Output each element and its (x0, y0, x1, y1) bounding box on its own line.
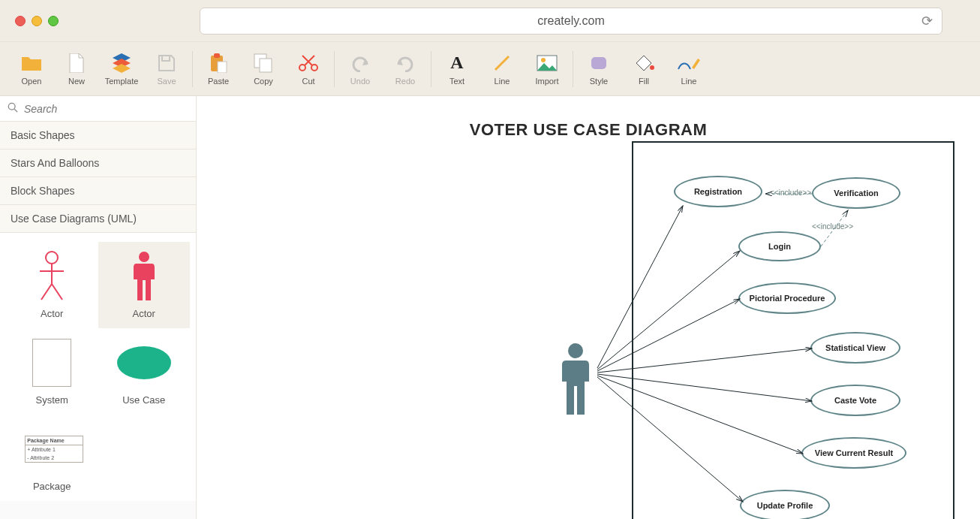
include-label-2: <<include>> (812, 222, 853, 231)
svg-line-19 (52, 284, 62, 300)
svg-rect-0 (162, 56, 170, 61)
svg-point-13 (8, 103, 15, 110)
svg-rect-2 (214, 53, 220, 58)
svg-line-8 (495, 56, 509, 70)
shapes-sidebar: Basic Shapes Stars And Balloons Block Sh… (0, 96, 197, 519)
include-label-1: <<include>> (770, 189, 811, 197)
uc-pictorial[interactable]: Pictorial Procedure (738, 282, 836, 314)
search-icon (8, 102, 18, 116)
svg-point-7 (311, 65, 317, 71)
separator (573, 51, 573, 87)
paste-button[interactable]: Paste (196, 53, 241, 86)
separator (431, 51, 431, 87)
text-icon: A (450, 53, 463, 74)
open-button[interactable]: Open (9, 53, 54, 86)
window-close-icon[interactable] (15, 16, 26, 26)
file-icon (68, 53, 85, 74)
shape-use-case[interactable]: Use Case (98, 328, 191, 415)
uc-login[interactable]: Login (738, 231, 821, 261)
search-input[interactable] (24, 103, 188, 115)
uc-caste-vote[interactable]: Caste Vote (810, 385, 900, 416)
refresh-icon[interactable]: ⟳ (921, 13, 933, 29)
category-basic-shapes[interactable]: Basic Shapes (0, 122, 196, 149)
svg-point-6 (299, 65, 305, 71)
search-row (0, 96, 196, 122)
address-bar[interactable]: creately.com ⟳ (200, 8, 942, 35)
shape-system[interactable]: System (6, 328, 98, 415)
uc-verification[interactable]: Verification (812, 177, 900, 209)
toolbar: Open New Template Save Paste Copy C (0, 42, 980, 96)
separator (192, 51, 193, 87)
shape-actor-person[interactable]: Actor (98, 242, 191, 328)
shape-package[interactable]: Package Name + Attribute 1 - Attribute 2… (6, 415, 98, 501)
folder-icon (21, 53, 42, 74)
window-zoom-icon[interactable] (48, 16, 59, 26)
pencil-line-icon (677, 53, 701, 74)
window-minimize-icon[interactable] (32, 16, 42, 26)
line-button[interactable]: Line (479, 53, 525, 86)
svg-point-15 (46, 252, 58, 264)
category-use-case[interactable]: Use Case Diagrams (UML) (0, 205, 196, 233)
address-url: creately.com (537, 14, 605, 28)
svg-point-10 (541, 58, 546, 62)
line-icon (492, 53, 512, 74)
svg-point-21 (568, 343, 583, 358)
canvas[interactable]: VOTER USE CASE DIAGRAM Registration Veri… (197, 96, 980, 519)
redo-button[interactable]: Redo (383, 53, 428, 86)
template-button[interactable]: Template (99, 53, 144, 86)
image-icon (537, 53, 558, 74)
actor-voter[interactable] (555, 342, 596, 421)
uc-registration[interactable]: Registration (674, 176, 762, 207)
layers-icon (111, 53, 132, 74)
uc-statistical[interactable]: Statistical View (810, 332, 900, 364)
text-button[interactable]: A Text (434, 53, 479, 86)
style-icon (589, 53, 609, 74)
line-style-button[interactable]: Line (666, 53, 711, 86)
svg-rect-3 (218, 62, 227, 73)
category-stars-balloons[interactable]: Stars And Balloons (0, 149, 196, 177)
category-block-shapes[interactable]: Block Shapes (0, 177, 196, 205)
svg-rect-11 (591, 57, 606, 69)
cut-button[interactable]: Cut (286, 53, 331, 86)
shape-actor-stick[interactable]: Actor (6, 242, 98, 328)
new-button[interactable]: New (54, 53, 99, 86)
browser-chrome: creately.com ⟳ (0, 0, 980, 42)
svg-point-12 (650, 65, 654, 70)
diagram-title[interactable]: VOTER USE CASE DIAGRAM (197, 120, 980, 140)
workspace: Basic Shapes Stars And Balloons Block Sh… (0, 96, 980, 519)
copy-button[interactable]: Copy (241, 53, 286, 86)
undo-icon (350, 53, 370, 74)
scissors-icon (298, 53, 319, 74)
fill-button[interactable]: Fill (621, 53, 666, 86)
paint-bucket-icon (633, 53, 654, 74)
svg-point-20 (139, 252, 149, 262)
separator (334, 51, 335, 87)
undo-button[interactable]: Undo (338, 53, 383, 86)
svg-line-14 (14, 109, 17, 112)
save-button[interactable]: Save (144, 53, 189, 86)
save-icon (158, 53, 176, 74)
copy-icon (254, 53, 273, 74)
shape-palette: Actor Actor System Use Case Package Name (0, 233, 196, 501)
import-button[interactable]: Import (525, 53, 570, 86)
style-button[interactable]: Style (576, 53, 621, 86)
clipboard-icon (209, 53, 227, 74)
svg-line-18 (41, 284, 52, 300)
svg-rect-5 (260, 59, 272, 72)
uc-update-profile[interactable]: Update Profile (740, 490, 830, 519)
uc-view-result[interactable]: View Current Result (801, 437, 906, 469)
redo-icon (395, 53, 415, 74)
